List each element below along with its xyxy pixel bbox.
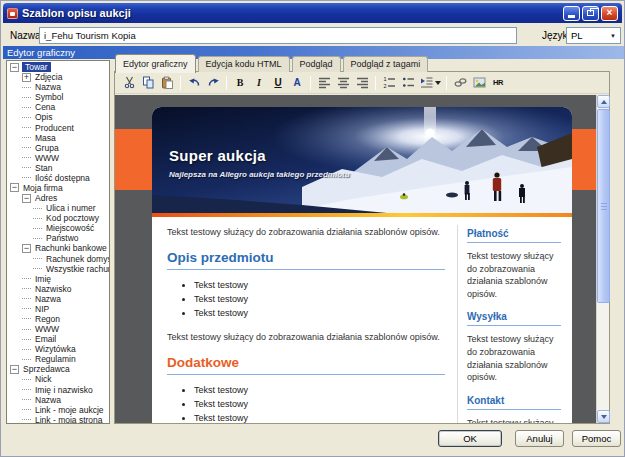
tree-item[interactable]: Symbol [7,92,109,102]
vertical-scrollbar[interactable] [596,95,609,423]
indent-button[interactable] [418,74,442,92]
tree-item[interactable]: Wizytówka [7,344,109,354]
ordered-list-icon: 12 [383,76,396,89]
dialog-window: Szablon opisu aukcji × Nazwa: Język: PL … [0,0,625,457]
scrollbar-thumb[interactable] [597,109,610,303]
tree-item-adres[interactable]: −Adres [7,193,109,203]
tree-item[interactable]: Opis [7,112,109,122]
redo-button[interactable] [204,74,222,92]
tree-item-label: Cena [34,102,56,112]
tree-item[interactable]: Regulamin [7,354,109,364]
tree-item-label: Nazwa [34,82,62,92]
help-button[interactable]: Pomoc [572,430,621,447]
tab-podglad-z-tagami[interactable]: Podgląd z tagami [343,56,429,72]
tree-item[interactable]: Ulica i numer [7,203,109,213]
close-button[interactable]: × [601,6,618,21]
tab-edycja-kodu-html[interactable]: Edycja kodu HTML [198,56,290,72]
link-icon [454,76,467,89]
ordered-list-button[interactable]: 12 [380,74,398,92]
editor-canvas[interactable]: Super aukcja Najlepsza na Allegro aukcja… [115,95,596,423]
tree-item[interactable]: Nazwisko [7,284,109,294]
cut-button[interactable] [120,74,138,92]
editor-toolbar: B I U A 12 HR [115,72,609,94]
underline-button[interactable]: U [269,74,287,92]
tree-item[interactable]: Masa [7,133,109,143]
copy-button[interactable] [139,74,157,92]
tree-connector [22,127,31,128]
tree-item[interactable]: Nazwa [7,395,109,405]
sample-text: Tekst testowy służący do zobrazowania dz… [467,333,561,383]
insert-hr-button[interactable]: HR [489,74,507,92]
expand-icon[interactable]: + [22,73,31,82]
tree-item[interactable]: Stan [7,163,109,173]
align-center-button[interactable] [334,74,352,92]
tree-connector [22,339,31,340]
tree-item[interactable]: Email [7,334,109,344]
tab-podglad[interactable]: Podgląd [292,56,341,72]
tree-item[interactable]: Wszystkie rachunki [7,264,109,274]
tree-item[interactable]: Miejscowość [7,223,109,233]
language-select[interactable]: PL ▼ [566,27,621,44]
scroll-down-button[interactable] [597,410,610,423]
tree-item[interactable]: Producent [7,122,109,132]
tree-connector [22,298,31,299]
ok-button[interactable]: OK [438,430,502,447]
scroll-up-button[interactable] [597,95,610,108]
italic-button[interactable]: I [250,74,268,92]
collapse-icon[interactable]: − [22,244,31,253]
tree-item[interactable]: Nazwa [7,294,109,304]
sidebar-heading-kontakt: Kontakt [467,395,561,410]
tree-item[interactable]: WWW [7,324,109,334]
tree-item[interactable]: Regon [7,314,109,324]
collapse-icon[interactable]: − [22,194,31,203]
paste-button[interactable] [158,74,176,92]
tree-item[interactable]: NIP [7,304,109,314]
tree-item[interactable]: Ilość dostępna [7,173,109,183]
tree-item-label: Imię [34,274,52,284]
tree-item[interactable]: Imię i nazwisko [7,385,109,395]
insert-image-button[interactable] [470,74,488,92]
indent-icon [420,76,433,89]
tree-item[interactable]: Link - moje aukcje [7,405,109,415]
collapse-icon[interactable]: − [10,365,19,374]
tree-item[interactable]: Link - moja strona [7,415,109,424]
paste-icon [161,76,174,89]
tree-item[interactable]: Imię [7,274,109,284]
font-color-button[interactable]: A [288,74,306,92]
tree-item-label: Kod pocztowy [45,213,100,223]
tree-item-label: Rachunek domyślny [45,254,110,264]
tree-item[interactable]: WWW [7,153,109,163]
tree-item[interactable]: Cena [7,102,109,112]
cancel-button[interactable]: Anuluj [515,430,564,447]
toolbar-separator [310,76,311,90]
tree-item-moja-firma[interactable]: −Moja firma [7,183,109,193]
tree-item-towar[interactable]: −Towar [7,62,109,72]
tree-item[interactable]: Nick [7,374,109,384]
tree-item-rachunki[interactable]: −Rachunki bankowe [7,243,109,253]
minimize-icon [568,15,575,18]
section-heading-dodatkowe: Dodatkowe [167,355,445,375]
template-fields-tree: −Towar +Zdjęcia Nazwa Symbol Cena Opis P… [6,60,110,424]
tree-item[interactable]: Kod pocztowy [7,213,109,223]
tree-item-sprzedawca[interactable]: −Sprzedawca [7,364,109,374]
unordered-list-button[interactable] [399,74,417,92]
minimize-button[interactable] [563,6,580,21]
bold-button[interactable]: B [231,74,249,92]
restore-button[interactable] [582,6,599,21]
tree-item-zdjecia[interactable]: +Zdjęcia [7,72,109,82]
tree-item[interactable]: Państwo [7,233,109,243]
tab-edytor-graficzny[interactable]: Edytor graficzny [115,54,196,73]
align-right-button[interactable] [353,74,371,92]
align-left-button[interactable] [315,74,333,92]
tree-item[interactable]: Rachunek domyślny [7,253,109,263]
tree-item-label: Moja firma [22,183,64,193]
insert-link-button[interactable] [451,74,469,92]
horizontal-rule-icon: HR [493,79,503,87]
collapse-icon[interactable]: − [10,183,19,192]
tree-item[interactable]: Grupa [7,143,109,153]
tree-item[interactable]: Nazwa [7,82,109,92]
undo-button[interactable] [185,74,203,92]
collapse-icon[interactable]: − [10,63,19,72]
name-input[interactable] [39,27,517,44]
undo-icon [188,76,201,89]
